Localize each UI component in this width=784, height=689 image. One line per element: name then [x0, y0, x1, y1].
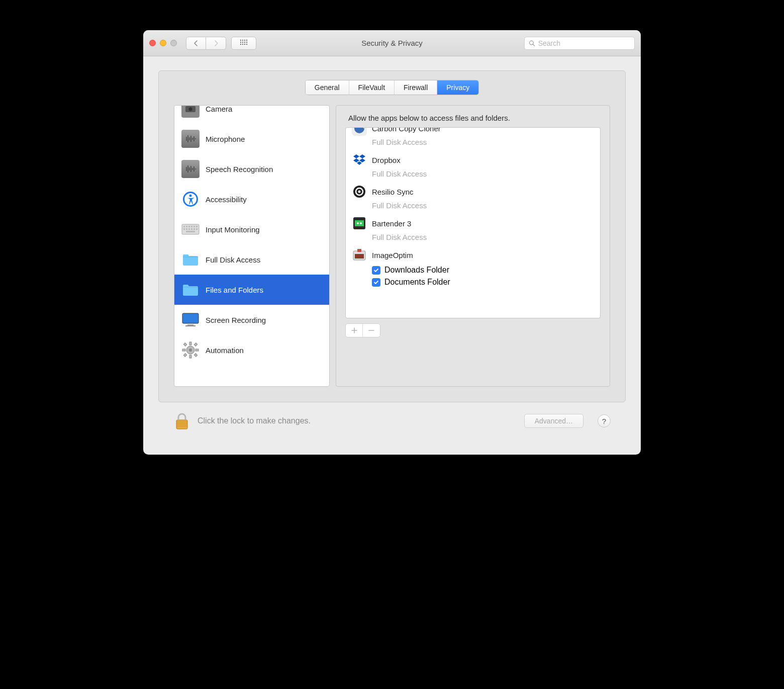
tab-firewall[interactable]: Firewall	[395, 80, 437, 95]
svg-rect-46	[193, 228, 195, 230]
window-body: General FileVault Firewall Privacy Camer…	[143, 56, 641, 455]
checkbox-checked[interactable]	[372, 278, 380, 287]
svg-marker-63	[353, 154, 359, 158]
add-button[interactable]	[346, 324, 363, 337]
help-button[interactable]: ?	[598, 414, 611, 427]
app-sub: Full Disk Access	[372, 233, 594, 241]
sidebar-item-files-folders[interactable]: Files and Folders	[174, 275, 329, 305]
lock-button[interactable]	[173, 411, 190, 430]
sidebar-item-label: Microphone	[206, 135, 245, 143]
svg-rect-48	[186, 231, 195, 232]
sidebar-item-screen-recording[interactable]: Screen Recording	[174, 305, 329, 335]
tab-bar: General FileVault Firewall Privacy	[305, 80, 479, 95]
svg-point-74	[360, 222, 362, 224]
sidebar-item-label: Screen Recording	[206, 316, 266, 324]
back-button[interactable]	[186, 37, 206, 50]
app-icon-resilio	[352, 184, 367, 199]
svg-point-15	[189, 108, 192, 111]
app-row[interactable]: Bartender 3 Full Disk Access	[346, 213, 600, 244]
sidebar-item-camera[interactable]: Camera	[174, 105, 329, 124]
app-sub: Full Disk Access	[372, 169, 594, 178]
sidebar-item-label: Camera	[206, 105, 232, 113]
add-remove-buttons	[345, 323, 380, 337]
zoom-window-button[interactable]	[170, 40, 177, 46]
svg-point-2	[244, 39, 245, 40]
show-all-button[interactable]	[231, 37, 256, 50]
content-panel: Allow the apps below to access files and…	[336, 105, 610, 387]
svg-marker-64	[359, 154, 365, 158]
app-permission-list[interactable]: Carbon Copy Cloner Full Disk Access Drop…	[345, 127, 601, 318]
svg-marker-66	[359, 158, 365, 162]
tab-filevault[interactable]: FileVault	[349, 80, 395, 95]
app-name: Carbon Copy Cloner	[372, 127, 441, 133]
svg-rect-60	[194, 343, 197, 346]
svg-point-3	[246, 39, 247, 40]
footer: Click the lock to make changes. Advanced…	[158, 402, 626, 445]
tab-label: Privacy	[446, 83, 469, 92]
advanced-label: Advanced…	[535, 417, 573, 425]
titlebar: Security & Privacy	[143, 30, 641, 56]
app-sub: Full Disk Access	[372, 201, 594, 210]
permission-row[interactable]: Documents Folder	[372, 278, 594, 287]
svg-rect-47	[196, 228, 198, 230]
permission-row[interactable]: Downloads Folder	[372, 266, 594, 275]
sidebar-item-accessibility[interactable]: Accessibility	[174, 184, 329, 214]
app-row[interactable]: Carbon Copy Cloner Full Disk Access	[346, 127, 600, 149]
app-icon-imageoptim	[352, 247, 367, 263]
sidebar-item-full-disk[interactable]: Full Disk Access	[174, 244, 329, 275]
search-input[interactable]	[538, 39, 630, 47]
svg-line-13	[533, 44, 534, 45]
window-controls	[149, 40, 177, 46]
advanced-button[interactable]: Advanced…	[524, 414, 583, 428]
app-row[interactable]: ImageOptim Downloads Folder	[346, 244, 600, 290]
svg-point-4	[240, 41, 241, 42]
tab-general[interactable]: General	[306, 80, 349, 95]
svg-point-0	[240, 39, 241, 40]
sidebar-item-speech[interactable]: Speech Recognition	[174, 154, 329, 184]
svg-rect-45	[191, 228, 192, 230]
svg-rect-58	[183, 343, 186, 346]
svg-marker-67	[357, 161, 362, 165]
svg-point-9	[242, 43, 243, 44]
help-label: ?	[602, 417, 606, 425]
svg-rect-59	[194, 354, 197, 357]
sidebar-item-label: Automation	[206, 346, 244, 355]
minimize-window-button[interactable]	[160, 40, 166, 46]
privacy-category-list[interactable]: Camera Microphone Speech Recognition	[174, 105, 330, 387]
svg-rect-39	[191, 226, 192, 227]
svg-point-8	[240, 43, 241, 44]
app-row[interactable]: Resilio Sync Full Disk Access	[346, 181, 600, 213]
app-sub: Full Disk Access	[372, 138, 594, 146]
svg-rect-50	[187, 324, 193, 325]
display-icon	[181, 311, 200, 329]
svg-point-11	[246, 43, 247, 44]
sidebar-item-label: Speech Recognition	[206, 165, 273, 174]
svg-rect-54	[189, 342, 191, 345]
sidebar-item-automation[interactable]: Automation	[174, 335, 329, 365]
close-window-button[interactable]	[149, 40, 156, 46]
sidebar-item-input-monitoring[interactable]: Input Monitoring	[174, 214, 329, 244]
nav-buttons	[186, 37, 226, 50]
svg-rect-57	[195, 349, 199, 351]
lock-hint-text: Click the lock to make changes.	[198, 416, 311, 425]
speech-icon	[181, 160, 200, 178]
app-icon-bartender	[352, 216, 367, 231]
svg-rect-56	[182, 349, 185, 351]
sidebar-item-microphone[interactable]: Microphone	[174, 124, 329, 154]
forward-button[interactable]	[206, 37, 226, 50]
microphone-icon	[181, 130, 200, 148]
svg-rect-42	[183, 228, 185, 230]
tab-label: General	[315, 83, 340, 92]
app-name: Resilio Sync	[372, 188, 414, 196]
svg-rect-37	[186, 226, 187, 227]
svg-point-7	[246, 41, 247, 42]
tab-privacy[interactable]: Privacy	[437, 80, 478, 95]
svg-rect-76	[355, 254, 364, 259]
remove-button[interactable]	[363, 324, 380, 337]
search-field[interactable]	[524, 37, 635, 50]
folder-icon	[181, 281, 200, 299]
app-row[interactable]: Dropbox Full Disk Access	[346, 149, 600, 181]
svg-rect-36	[183, 226, 185, 227]
sidebar-item-label: Files and Folders	[206, 286, 263, 294]
checkbox-checked[interactable]	[372, 266, 380, 275]
